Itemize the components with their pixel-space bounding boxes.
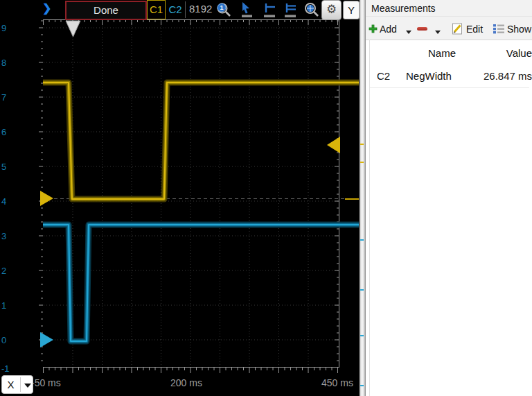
gear-icon: ⚙ xyxy=(326,3,337,16)
measurement-channel: C2 xyxy=(377,64,400,87)
waveform-plot[interactable] xyxy=(0,0,360,396)
trigger-time-marker[interactable] xyxy=(66,21,80,37)
measurement-value: 26.847 ms xyxy=(478,64,532,87)
channel-c2-button[interactable]: C2 xyxy=(167,1,184,18)
y-axis-label: 2 xyxy=(1,266,15,276)
edit-measurement-button[interactable]: Edit xyxy=(452,18,483,40)
edit-label: Edit xyxy=(466,24,483,35)
y-axis-label: 8 xyxy=(1,58,15,68)
chevron-down-icon[interactable] xyxy=(24,384,31,388)
chevron-down-icon xyxy=(435,31,441,34)
show-list-icon xyxy=(493,23,505,35)
add-dropdown-button[interactable] xyxy=(406,18,411,40)
svg-text:1: 1 xyxy=(220,4,223,11)
trigger-level-marker[interactable] xyxy=(327,137,340,153)
y-axis-label: 5 xyxy=(1,162,15,172)
x-axis-label: 450 ms xyxy=(321,377,353,388)
chevron-down-icon xyxy=(406,31,411,34)
table-header-row: Name Value xyxy=(370,42,529,64)
zoom-1-icon[interactable]: 1 xyxy=(215,1,232,19)
splitter-channel-tick xyxy=(360,239,364,241)
table-row[interactable]: C2 NegWidth 26.847 ms xyxy=(370,64,529,88)
plus-icon xyxy=(369,24,378,33)
level-ruler-double-icon[interactable] xyxy=(282,1,299,19)
x-axis-channel-button[interactable]: X xyxy=(1,375,33,394)
channel-c1-button[interactable]: C1 xyxy=(147,0,166,19)
measurements-toolbar: Add Edit Show xyxy=(366,18,532,40)
level-ruler-icon[interactable] xyxy=(261,1,278,19)
measurements-table: Name Value C2 NegWidth 26.847 ms xyxy=(369,40,532,396)
divider xyxy=(185,1,186,18)
c1-offset-marker[interactable] xyxy=(40,191,53,206)
panel-splitter[interactable] xyxy=(360,0,365,396)
trace-c1 xyxy=(43,83,359,199)
x-axis-label: 200 ms xyxy=(170,377,202,388)
y-axis-label: 6 xyxy=(1,127,15,137)
column-header-name: Name xyxy=(406,42,478,64)
edit-pencil-icon xyxy=(452,22,464,35)
splitter-channel-tick xyxy=(360,335,364,336)
add-measurement-button[interactable]: Add xyxy=(369,18,397,40)
column-header-value: Value xyxy=(478,42,532,64)
settings-button[interactable]: ⚙ xyxy=(321,0,342,20)
expand-icon[interactable]: ❯ xyxy=(42,1,51,15)
trace-c1 xyxy=(43,83,359,199)
minus-icon xyxy=(417,27,427,31)
buffer-size-value: 8192 xyxy=(189,3,212,15)
divider xyxy=(20,377,21,392)
y-axis-label: 9 xyxy=(1,23,15,33)
y-axis-label: 0 xyxy=(1,335,15,345)
trace-c2 xyxy=(43,225,359,341)
zoom-fit-icon[interactable] xyxy=(303,1,320,19)
y-axis-options-button[interactable]: Y xyxy=(343,1,360,19)
splitter-channel-tick xyxy=(360,289,364,291)
done-button[interactable]: Done xyxy=(65,1,147,20)
remove-dropdown-button[interactable] xyxy=(435,18,441,40)
show-measurement-button[interactable]: Show xyxy=(493,18,531,40)
scope-area: C2 V 9876543210-1 -50 ms 200 ms 450 ms X… xyxy=(0,0,360,396)
remove-measurement-button[interactable] xyxy=(417,18,427,40)
measurement-name: NegWidth xyxy=(406,64,478,87)
cursor-pointer-icon[interactable] xyxy=(239,1,256,19)
y-axis-label: 7 xyxy=(1,92,15,103)
splitter-channel-tick xyxy=(360,144,364,145)
splitter-channel-tick xyxy=(360,385,364,386)
x-axis-channel-label[interactable]: X xyxy=(2,376,19,393)
measurements-panel-title: Measurements xyxy=(366,0,532,17)
c2-offset-marker[interactable] xyxy=(40,332,53,347)
measurements-panel: Measurements Add Edit Sh xyxy=(365,0,532,396)
show-label: Show xyxy=(507,24,531,35)
y-axis-label: -1 xyxy=(1,363,15,374)
add-label: Add xyxy=(380,24,397,35)
y-axis-label: 1 xyxy=(1,300,15,311)
y-axis-label: 3 xyxy=(1,231,15,241)
scope-toolbar: ❯ Done C1 C2 8192 1 xyxy=(0,0,360,19)
splitter-channel-tick xyxy=(360,162,364,163)
trace-c1 xyxy=(43,83,359,199)
x-axis-label: -50 ms xyxy=(31,377,61,388)
y-axis-label: 4 xyxy=(1,196,15,207)
